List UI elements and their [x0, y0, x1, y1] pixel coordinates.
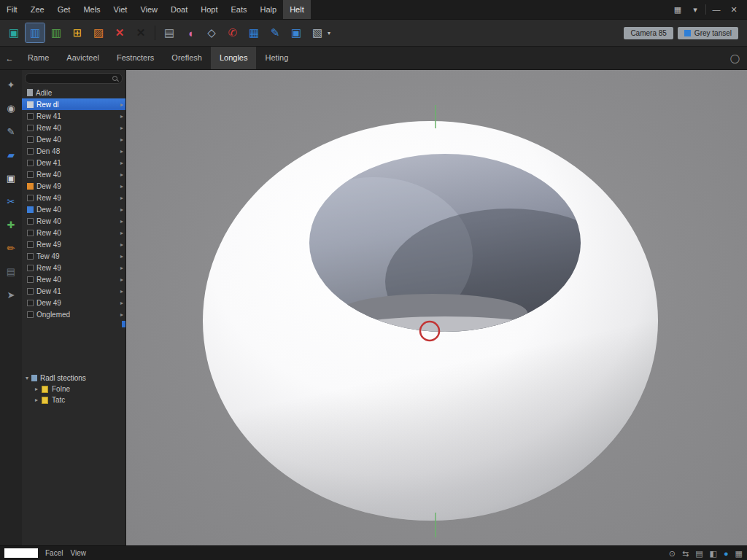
- checkbox[interactable]: [27, 136, 34, 143]
- tree-item[interactable]: Den 48 ▸: [22, 145, 125, 157]
- overflow-circle-icon[interactable]: ◯: [730, 53, 747, 63]
- chevron-right-icon[interactable]: ▸: [35, 386, 38, 392]
- menu-eats[interactable]: Eats: [225, 0, 254, 19]
- chevron-right-icon[interactable]: ▸: [35, 397, 38, 403]
- minimize-button[interactable]: —: [709, 0, 724, 19]
- tree-item[interactable]: Dew 41 ▸: [22, 157, 125, 168]
- menu-halp[interactable]: Halp: [254, 0, 284, 19]
- tree-item[interactable]: Rew 49 ▸: [22, 238, 125, 250]
- checkbox[interactable]: [27, 253, 34, 260]
- checkbox[interactable]: [27, 125, 34, 131]
- status-label-view[interactable]: View: [70, 549, 86, 557]
- chevron-right-icon[interactable]: ▸: [120, 276, 123, 283]
- tab-festncters[interactable]: Festncters: [108, 47, 163, 69]
- chevron-right-icon[interactable]: ▸: [120, 206, 123, 213]
- cube-grey-icon[interactable]: ▧: [308, 23, 327, 42]
- menu-hopt[interactable]: Hopt: [194, 0, 224, 19]
- tree-item[interactable]: Adile: [22, 87, 125, 98]
- lock-icon[interactable]: ◉: [4, 101, 18, 115]
- tree-item[interactable]: Dew 40 ▸: [22, 203, 125, 215]
- grid-icon[interactable]: ▤: [695, 546, 703, 560]
- checkbox[interactable]: [27, 288, 34, 295]
- tree-item[interactable]: Rew 41 ▸: [22, 110, 125, 122]
- panel-icon[interactable]: ▣: [287, 23, 306, 42]
- chevron-right-icon[interactable]: ▸: [120, 183, 123, 190]
- tree-item[interactable]: Rew 49 ▸: [22, 262, 125, 273]
- book-icon[interactable]: ▤: [4, 264, 18, 279]
- screen-blue-icon[interactable]: ▦: [244, 23, 263, 42]
- cube-icon[interactable]: ▣: [4, 171, 18, 185]
- chevron-right-icon[interactable]: ▸: [120, 148, 123, 155]
- menu-view[interactable]: View: [133, 0, 164, 19]
- chevron-right-icon[interactable]: ▸: [120, 125, 123, 131]
- search-input[interactable]: [26, 74, 122, 83]
- scissors-icon[interactable]: ✂: [4, 194, 18, 209]
- diamond-icon[interactable]: ◇: [202, 23, 221, 42]
- pencil-icon[interactable]: ✏: [4, 241, 18, 255]
- keyboard-icon[interactable]: ▤: [160, 23, 179, 42]
- chevron-right-icon[interactable]: ▸: [120, 265, 123, 271]
- chevron-right-icon[interactable]: ▸: [120, 160, 123, 166]
- menu-get[interactable]: Get: [51, 0, 77, 19]
- tab-longles[interactable]: Longles: [211, 47, 257, 69]
- dropdown-caret-icon[interactable]: ▾: [328, 30, 330, 36]
- tool-icon[interactable]: ✦: [4, 77, 18, 92]
- tab-rame[interactable]: Rame: [19, 47, 58, 69]
- tree-item[interactable]: Dew 49 ▸: [22, 180, 125, 192]
- display-green-icon[interactable]: ▥: [47, 23, 66, 42]
- checkbox[interactable]: [27, 113, 34, 120]
- chevron-right-icon[interactable]: ▸: [120, 101, 123, 108]
- target-icon[interactable]: ⊙: [669, 546, 676, 560]
- app-cube-icon[interactable]: ▣: [4, 23, 23, 42]
- menu-help[interactable]: Helt: [283, 0, 311, 19]
- tree-item[interactable]: Onglemed ▸: [22, 308, 125, 320]
- tool-orange-icon[interactable]: ▨: [89, 23, 108, 42]
- magnet-icon[interactable]: ◖: [181, 23, 200, 42]
- checkbox[interactable]: [27, 276, 34, 283]
- chevron-right-icon[interactable]: ▸: [120, 136, 123, 143]
- tree-item[interactable]: Rew 40 ▸: [22, 215, 125, 227]
- chevron-right-icon[interactable]: ▸: [120, 288, 123, 295]
- layout-icon[interactable]: ▦: [735, 546, 743, 560]
- chevron-right-icon[interactable]: ▸: [120, 230, 123, 236]
- section-child[interactable]: ▸ Tatc: [22, 394, 125, 405]
- section-header[interactable]: ▾ Radl stections: [22, 373, 125, 384]
- status-label-facel[interactable]: Facel: [45, 549, 63, 557]
- checkbox[interactable]: [27, 300, 34, 306]
- tree-item[interactable]: Dew 49 ▸: [22, 297, 125, 308]
- checkbox[interactable]: [27, 195, 34, 201]
- caret-down-icon[interactable]: ▾: [26, 375, 28, 381]
- pen-icon[interactable]: ✎: [266, 23, 285, 42]
- tree-item[interactable]: Rew 40 ▸: [22, 227, 125, 238]
- tree-item[interactable]: Dew 40 ▸: [22, 133, 125, 145]
- status-input[interactable]: [4, 548, 38, 558]
- chevron-right-icon[interactable]: ▸: [120, 113, 123, 120]
- record-icon[interactable]: ●: [724, 546, 729, 560]
- checkbox[interactable]: [27, 148, 34, 155]
- display-blue-icon[interactable]: ▥: [26, 23, 44, 42]
- tab-aavicteel[interactable]: Aavicteel: [58, 47, 108, 69]
- section-child[interactable]: ▸ Folne: [22, 384, 125, 394]
- folder-icon[interactable]: ▰: [4, 147, 18, 162]
- close-black-icon[interactable]: ✕: [131, 23, 150, 42]
- chevron-right-icon[interactable]: ▸: [120, 311, 123, 318]
- camera-button[interactable]: Camera 85: [624, 27, 673, 39]
- tree-item-selected[interactable]: Rew dl ▸: [22, 98, 125, 110]
- chevron-right-icon[interactable]: ▸: [120, 195, 123, 201]
- close-button[interactable]: ✕: [727, 0, 741, 19]
- add-icon[interactable]: ✚: [4, 217, 18, 232]
- menu-doat[interactable]: Doat: [164, 0, 194, 19]
- pointer-icon[interactable]: ➤: [4, 287, 18, 302]
- checkbox[interactable]: [27, 230, 34, 236]
- checkbox[interactable]: [27, 241, 34, 248]
- chevron-down-icon[interactable]: ▾: [688, 0, 703, 19]
- chevron-right-icon[interactable]: ▸: [120, 241, 123, 248]
- checkbox[interactable]: [27, 160, 34, 166]
- contrast-icon[interactable]: ◧: [710, 546, 717, 560]
- chevron-right-icon[interactable]: ▸: [120, 300, 123, 306]
- tab-oreflesh[interactable]: Oreflesh: [163, 47, 211, 69]
- viewport-3d[interactable]: [126, 70, 747, 545]
- chevron-right-icon[interactable]: ▸: [120, 171, 123, 178]
- grey-tansel-button[interactable]: Grey tansel: [678, 27, 738, 39]
- phone-icon[interactable]: ✆: [223, 23, 242, 42]
